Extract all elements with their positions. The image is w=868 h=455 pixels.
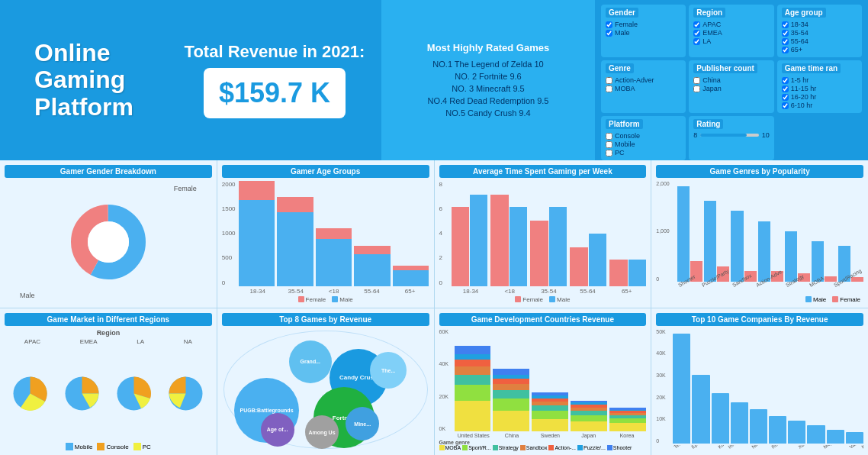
- genre-action-checkbox[interactable]: [606, 77, 612, 84]
- gametime-filter: Game time ran 1-5 hr 11-15 hr 16-20 hr 6…: [777, 60, 862, 113]
- age-65plus-checkbox[interactable]: [782, 47, 789, 53]
- age-55-64[interactable]: 55-64: [782, 37, 857, 45]
- age-legend-male-dot: [332, 296, 338, 302]
- time-female-55-64: [570, 247, 587, 286]
- region-la-label: LA: [137, 338, 144, 345]
- platform-pc[interactable]: PC: [606, 149, 681, 157]
- companies-bars-container: [673, 329, 863, 444]
- publisher-china-checkbox[interactable]: [693, 77, 700, 84]
- comp-x-mojang: Mojang Stu.: [822, 445, 847, 450]
- bar-female-lt18: [316, 228, 352, 239]
- publisher-japan-checkbox[interactable]: [693, 86, 700, 92]
- company-bar-king: [712, 393, 729, 444]
- country-sweden: [532, 329, 568, 432]
- region-na-label: NA: [184, 338, 192, 345]
- gametime-16-20-label: 16-20 hr: [791, 93, 817, 101]
- age-y-500: 500: [222, 254, 239, 261]
- top-companies-title: Top 10 Game Companies By Revenue: [656, 313, 863, 326]
- age-35-54[interactable]: 35-54: [782, 29, 857, 37]
- time-y-4: 4: [439, 230, 452, 237]
- publisher-china[interactable]: China: [693, 76, 769, 84]
- region-apac[interactable]: APAC: [693, 21, 769, 28]
- comp-y-50k: 50K: [656, 329, 673, 334]
- age-35-54-checkbox[interactable]: [782, 30, 789, 37]
- gametime-filter-title: Game time ran: [782, 63, 841, 73]
- platform-mobile[interactable]: Mobile: [606, 140, 681, 148]
- rating-slider-track[interactable]: [700, 134, 758, 137]
- comp-x-innerloth: Innerslo.th: [727, 445, 749, 450]
- company-bar-nintendo: [750, 409, 767, 444]
- gender-female-checkbox[interactable]: [606, 21, 612, 28]
- legend-console: Console: [97, 443, 128, 450]
- comp-x-epic: Epic Games: [690, 445, 715, 450]
- gender-male[interactable]: Male: [606, 29, 681, 37]
- revenue-box: $159.7 K: [204, 68, 346, 118]
- platform-console-checkbox[interactable]: [606, 133, 612, 140]
- gender-female[interactable]: Female: [606, 21, 681, 28]
- gender-breakdown-panel: Gamer Gender Breakdown Female Male: [0, 160, 217, 308]
- bar-male-lt18: [316, 239, 352, 286]
- genre-moba-label: MOBA: [615, 85, 635, 92]
- rating-filter: Rating 8 10: [689, 116, 773, 160]
- age-65plus[interactable]: 65+: [782, 46, 857, 53]
- age-bar-18-34: [239, 181, 275, 286]
- age-groups-title: Gamer Age Groups: [222, 165, 429, 178]
- platform-pc-checkbox[interactable]: [606, 150, 612, 157]
- rating-slider-fill: [700, 134, 747, 137]
- bar-female-18-34: [239, 181, 275, 200]
- top8-games-panel: Top 8 Games by Revenue Candy Crush Fortn…: [217, 308, 434, 456]
- legend-shooter: Shooter: [607, 445, 632, 450]
- comp-x-tencent: Tencent: [673, 445, 690, 450]
- platform-filter-title: Platform: [606, 119, 643, 129]
- region-apac-checkbox[interactable]: [693, 21, 700, 28]
- rating-item-3: NO. 3 Minecraft 9.5: [391, 82, 586, 95]
- gametime-11-15-checkbox[interactable]: [782, 86, 789, 92]
- emea-pie: [61, 373, 103, 415]
- genre-legend-female-dot: [832, 296, 838, 302]
- dashboard: OnlineGamingPlatform Total Revenue in 20…: [0, 0, 868, 455]
- age-55-64-checkbox[interactable]: [782, 38, 789, 45]
- country-y-20k: 20K: [439, 394, 455, 399]
- age-18-34-checkbox[interactable]: [782, 21, 789, 28]
- gametime-6-10-checkbox[interactable]: [782, 102, 789, 109]
- time-y-2: 2: [439, 254, 452, 261]
- bubble-minecraft: Mine...: [346, 407, 379, 440]
- region-emea-checkbox[interactable]: [693, 30, 700, 37]
- gametime-6-10[interactable]: 6-10 hr: [782, 102, 857, 109]
- platform-title: OnlineGamingPlatform: [34, 40, 133, 121]
- gametime-1-5-checkbox[interactable]: [782, 77, 789, 84]
- country-x-labels: United States China Sweden Japan Korea: [455, 433, 647, 438]
- region-names: APAC EMEA LA NA: [5, 338, 212, 345]
- platform-console[interactable]: Console: [606, 132, 681, 140]
- genre-action[interactable]: Action-Adver: [606, 76, 681, 84]
- platform-pc-label: PC: [615, 149, 625, 157]
- time-female-18-34: [452, 207, 469, 286]
- platform-mobile-checkbox[interactable]: [606, 141, 612, 148]
- rating-min: 8: [693, 131, 697, 139]
- gender-female-label: Female: [615, 21, 638, 28]
- gender-male-checkbox[interactable]: [606, 30, 612, 37]
- gametime-1-5[interactable]: 1-5 hr: [782, 76, 857, 84]
- genre-x-labels: Shooter Puzzle/Party Sandbox Action-Adve…: [677, 283, 863, 289]
- gametime-16-20[interactable]: 16-20 hr: [782, 93, 857, 101]
- bar-male-18-34: [239, 200, 275, 286]
- age-legend-female-label: Female: [306, 296, 326, 303]
- genre-moba[interactable]: MOBA: [606, 85, 681, 92]
- gametime-11-15[interactable]: 11-15 hr: [782, 85, 857, 92]
- age-18-34[interactable]: 18-34: [782, 21, 857, 28]
- time-bar-65plus: [609, 181, 646, 286]
- region-la-checkbox[interactable]: [693, 38, 700, 45]
- gender-filter: Gender Female Male: [601, 5, 686, 57]
- gametime-16-20-checkbox[interactable]: [782, 94, 789, 101]
- comp-y-30k: 30K: [656, 373, 673, 378]
- country-y-0k: 0K: [439, 426, 455, 431]
- age-bars-container: [239, 181, 429, 286]
- publisher-japan[interactable]: Japan: [693, 85, 769, 92]
- donut-male-label: Male: [20, 292, 35, 299]
- genre-moba-checkbox[interactable]: [606, 86, 612, 92]
- age-bar-35-54: [277, 181, 313, 286]
- revenue-area: Total Revenue in 2021: $159.7 K: [168, 0, 381, 160]
- age-x-65plus: 65+: [391, 288, 429, 295]
- region-emea[interactable]: EMEA: [693, 29, 769, 37]
- region-la[interactable]: LA: [693, 37, 769, 45]
